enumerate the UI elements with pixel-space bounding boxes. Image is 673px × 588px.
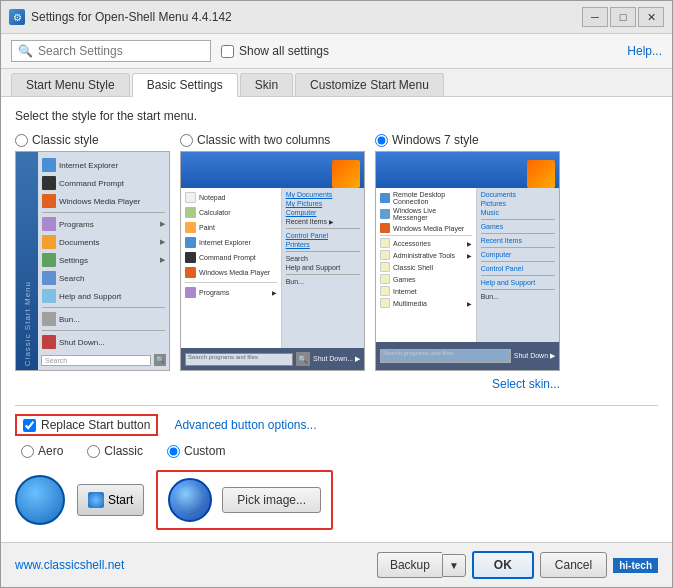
button-previews: Start Pick image...	[15, 470, 658, 530]
aero-icon-preview	[15, 475, 65, 525]
two-col-header-img	[332, 160, 360, 188]
win7-left: Remote Desktop Connection Windows Live M…	[376, 188, 477, 342]
show-all-text: Show all settings	[239, 44, 329, 58]
backup-dropdown[interactable]: ▼	[442, 554, 466, 577]
ok-button[interactable]: OK	[472, 551, 534, 579]
title-bar-left: ⚙ Settings for Open-Shell Menu 4.4.142	[9, 9, 232, 25]
classic-item: Shut Down...	[38, 333, 169, 351]
custom-label: Custom	[184, 444, 225, 458]
classic-btn-radio[interactable]	[87, 445, 100, 458]
win7-radio-label[interactable]: Windows 7 style	[375, 133, 479, 147]
classic-item: Bun...	[38, 310, 169, 328]
two-col-footer: Search programs and files 🔍 Shut Down...…	[181, 348, 364, 370]
classic-label: Classic style	[32, 133, 99, 147]
two-col-menu-preview: Notepad Calculator Paint Internet Explor…	[180, 151, 365, 371]
cancel-button[interactable]: Cancel	[540, 552, 607, 578]
window-title: Settings for Open-Shell Menu 4.4.142	[31, 10, 232, 24]
tab-basic-settings[interactable]: Basic Settings	[132, 73, 238, 97]
toolbar-left: 🔍 Show all settings	[11, 40, 329, 62]
advanced-link[interactable]: Advanced button options...	[174, 418, 316, 432]
replace-start-text: Replace Start button	[41, 418, 150, 432]
win7-menu-preview: Remote Desktop Connection Windows Live M…	[375, 151, 560, 371]
replace-start-label[interactable]: Replace Start button	[15, 414, 158, 436]
two-col-radio-label[interactable]: Classic with two columns	[180, 133, 330, 147]
help-icon	[42, 289, 56, 303]
title-bar: ⚙ Settings for Open-Shell Menu 4.4.142 ─…	[1, 1, 672, 34]
custom-icon-preview	[168, 478, 212, 522]
replace-start-checkbox[interactable]	[23, 419, 36, 432]
win7-label: Windows 7 style	[392, 133, 479, 147]
classic-item: Command Prompt	[38, 174, 169, 192]
start-btn-icon	[88, 492, 104, 508]
main-window: ⚙ Settings for Open-Shell Menu 4.4.142 ─…	[0, 0, 673, 588]
backup-button[interactable]: Backup	[377, 552, 442, 578]
start-button-section: Replace Start button Advanced button opt…	[15, 414, 658, 530]
section-title: Select the style for the start menu.	[15, 109, 658, 123]
search-input[interactable]	[38, 44, 204, 58]
main-content: Select the style for the start menu. Cla…	[1, 97, 672, 542]
backup-button-group: Backup ▼	[377, 552, 466, 578]
minimize-button[interactable]: ─	[582, 7, 608, 27]
aero-radio-label[interactable]: Aero	[21, 444, 63, 458]
classic-radio-label[interactable]: Classic style	[15, 133, 99, 147]
aero-label: Aero	[38, 444, 63, 458]
tab-skin[interactable]: Skin	[240, 73, 293, 96]
tabs-bar: Start Menu Style Basic Settings Skin Cus…	[1, 69, 672, 97]
classic-radio[interactable]	[15, 134, 28, 147]
search-bar-row: Search 🔍	[38, 352, 169, 368]
separator2	[42, 307, 165, 308]
programs-icon	[42, 217, 56, 231]
classic-item: Internet Explorer	[38, 156, 169, 174]
bottom-buttons: Backup ▼ OK Cancel hi-tech	[377, 551, 658, 579]
custom-radio[interactable]	[167, 445, 180, 458]
two-col-left: Notepad Calculator Paint Internet Explor…	[181, 188, 282, 348]
style-options: Classic style Classic Start Menu Interne…	[15, 133, 658, 391]
bottom-bar: www.classicshell.net Backup ▼ OK Cancel …	[1, 542, 672, 587]
shutdown-icon	[42, 335, 56, 349]
style-two-columns: Classic with two columns Notepad Calcula…	[180, 133, 365, 391]
two-col-label: Classic with two columns	[197, 133, 330, 147]
win7-right: Documents Pictures Music Games Recent It…	[477, 188, 559, 342]
cmd-icon	[42, 176, 56, 190]
two-col-body: Notepad Calculator Paint Internet Explor…	[181, 188, 364, 348]
show-all-label[interactable]: Show all settings	[221, 44, 329, 58]
start-btn-preview[interactable]: Start	[77, 484, 144, 516]
classic-btn-radio-label[interactable]: Classic	[87, 444, 143, 458]
docs-icon	[42, 235, 56, 249]
help-link[interactable]: Help...	[627, 44, 662, 58]
two-col-header	[181, 152, 364, 188]
custom-icon-inner	[175, 485, 205, 515]
show-all-checkbox[interactable]	[221, 45, 234, 58]
tab-customize[interactable]: Customize Start Menu	[295, 73, 444, 96]
classic-item: Programs ▶	[38, 215, 169, 233]
select-skin-link[interactable]: Select skin...	[492, 377, 560, 391]
maximize-button[interactable]: □	[610, 7, 636, 27]
tab-start-menu-style[interactable]: Start Menu Style	[11, 73, 130, 96]
settings-icon	[42, 253, 56, 267]
classic-item: Help and Support	[38, 287, 169, 305]
win7-body: Remote Desktop Connection Windows Live M…	[376, 188, 559, 342]
style-classic: Classic style Classic Start Menu Interne…	[15, 133, 170, 391]
classic-item: Settings ▶	[38, 251, 169, 269]
win7-header-img	[527, 160, 555, 188]
search-box[interactable]: 🔍	[11, 40, 211, 62]
win7-radio[interactable]	[375, 134, 388, 147]
close-button[interactable]: ✕	[638, 7, 664, 27]
ie-icon	[42, 158, 56, 172]
pick-image-button[interactable]: Pick image...	[222, 487, 321, 513]
hitech-badge: hi-tech	[613, 558, 658, 573]
classic-menu-preview: Classic Start Menu Internet Explorer Com…	[15, 151, 170, 371]
custom-radio-label[interactable]: Custom	[167, 444, 225, 458]
website-link[interactable]: www.classicshell.net	[15, 558, 124, 572]
win7-header	[376, 152, 559, 188]
two-col-radio[interactable]	[180, 134, 193, 147]
replace-start-row: Replace Start button Advanced button opt…	[15, 414, 658, 436]
search-icon-menu	[42, 271, 56, 285]
app-icon: ⚙	[9, 9, 25, 25]
custom-section: Pick image...	[156, 470, 333, 530]
aero-preview	[15, 475, 65, 525]
wmp-icon	[42, 194, 56, 208]
aero-radio[interactable]	[21, 445, 34, 458]
separator3	[42, 330, 165, 331]
classic-btn-label: Classic	[104, 444, 143, 458]
